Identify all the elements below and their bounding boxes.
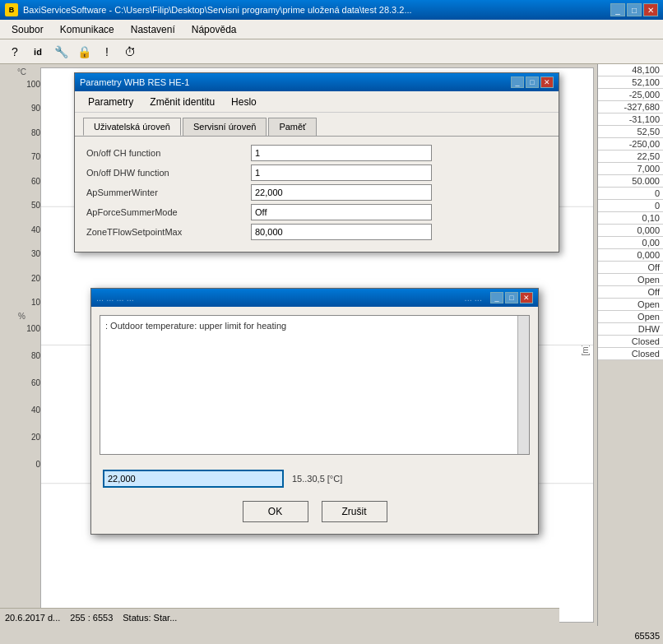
form-row-4: ZoneTFlowSetpointMax [86,224,547,240]
y-label-pct-100: 100 [3,324,40,333]
form-input-4[interactable] [251,224,432,240]
rp-val-23: Closed [598,348,663,360]
rp-val-22: Closed [598,336,663,348]
inner-dialog-body: : Outdoor temperature: upper limit for h… [91,315,538,534]
menu-napoveda[interactable]: Nápověda [183,21,245,38]
y-label-30: 30 [3,249,40,258]
tabs-bar: Uživatelská úroveň Servisní úroveň Paměť [75,113,559,137]
minimize-button[interactable]: _ [610,3,625,16]
rp-val-14: 0,00 [598,237,663,249]
toolbar-wrench-button[interactable]: 🔧 [51,43,71,61]
title-bar: B BaxiServiceSoftware - C:\Users\Filip\D… [0,0,663,20]
inner-maximize-button[interactable]: □ [505,292,518,303]
rp-val-7: 22,50 [598,151,663,163]
rp-val-16: Off [598,262,663,274]
status-code1: 255 : 6553 [70,613,113,623]
right-panel: 48,100 52,100 -25,000 -327,680 -31,100 5… [597,64,663,626]
dialog-buttons: OK Zrušit [91,494,538,534]
app-title: BaxiServiceSoftware - C:\Users\Filip\Des… [23,5,610,15]
rp-val-19: Open [598,299,663,311]
y-label-50: 50 [3,201,40,210]
form-row-3: ApForceSummerMode [86,204,547,220]
rp-val-20: Open [598,311,663,323]
menu-nastaveni[interactable]: Nastavení [123,21,183,38]
y-label-70: 70 [3,152,40,161]
y-label-40: 40 [3,225,40,234]
form-label-1: On/off DHW function [86,168,251,178]
value-input[interactable] [103,470,284,488]
toolbar-timer-button[interactable]: ⏱ [120,43,140,61]
rp-val-5: 52,50 [598,126,663,138]
rp-val-21: DHW [598,323,663,336]
status-text: Status: Star... [123,613,177,623]
whb-menu-identitu[interactable]: Změnit identitu [141,94,223,110]
y-label-20: 20 [3,274,40,283]
whb-form-area: On/off CH function On/off DHW function A… [75,137,559,252]
whb-menu-heslo[interactable]: Heslo [223,94,265,110]
tab-servisni[interactable]: Servisní úroveň [183,118,267,136]
rp-val-2: -25,000 [598,89,663,101]
toolbar-help-button[interactable]: ? [5,43,25,61]
rp-val-9: 50.000 [598,175,663,188]
inner-dialog-titlebar[interactable]: ... ... ... ... ... ... _ □ ✕ [91,289,538,307]
inner-minimize-button[interactable]: _ [490,292,503,303]
y-label-60: 60 [3,177,40,186]
whb-menu-bar: Parametry Změnit identitu Heslo [75,91,559,113]
form-input-3[interactable] [251,204,432,220]
form-row-2: ApSummerWinter [86,184,547,201]
menu-soubor[interactable]: Soubor [3,21,52,38]
cancel-button[interactable]: Zrušit [322,501,387,522]
y-label-100: 100 [3,80,40,89]
toolbar-id-button[interactable]: id [28,43,48,61]
menu-bar: Soubor Komunikace Nastavení Nápověda [0,20,663,39]
title-bar-buttons: _ □ ✕ [610,3,658,16]
toolbar-lock-button[interactable]: 🔒 [74,43,94,61]
description-scrollbar[interactable] [517,316,529,454]
form-label-0: On/off CH function [86,148,251,158]
y-label-pct-0: 0 [3,460,40,469]
whb-minimize-button[interactable]: _ [511,76,524,88]
description-area: : Outdoor temperature: upper limit for h… [100,315,530,455]
rp-bottom-code: 65535 [634,631,660,641]
maximize-button[interactable]: □ [627,3,642,16]
rp-val-12: 0,10 [598,212,663,225]
rp-val-15: 0,000 [598,249,663,262]
rp-val-3: -327,680 [598,101,663,114]
y-label-pct-80: 80 [3,351,40,360]
close-button[interactable]: ✕ [643,3,658,16]
menu-komunikace[interactable]: Komunikace [52,21,123,38]
tab-uzivatelska[interactable]: Uživatelská úroveň [83,118,181,136]
form-label-4: ZoneTFlowSetpointMax [86,227,251,237]
whb-dialog-title: Parametry WHB RES HE-1 [80,77,509,87]
tab-pamet[interactable]: Paměť [268,118,317,136]
whb-close-button[interactable]: ✕ [540,76,554,88]
y-axis-bottom-label: % [3,312,40,321]
rp-val-6: -250,00 [598,138,663,151]
rp-val-11: 0 [598,200,663,212]
whb-menu-parametry[interactable]: Parametry [80,94,141,110]
status-date: 20.6.2017 d... [5,613,60,623]
whb-dialog-titlebar[interactable]: Parametry WHB RES HE-1 _ □ ✕ [75,73,559,91]
form-input-1[interactable] [251,164,432,181]
input-row: 15..30,5 [°C] [91,463,538,494]
rp-val-0: 48,100 [598,64,663,76]
form-input-2[interactable] [251,184,432,201]
toolbar-exclaim-button[interactable]: ! [97,43,117,61]
form-label-2: ApSummerWinter [86,188,251,197]
y-label-pct-60: 60 [3,378,40,387]
app-icon: B [5,3,18,16]
form-input-0[interactable] [251,145,432,161]
rp-val-18: Off [598,286,663,299]
y-label-pct-20: 20 [3,433,40,442]
ok-button[interactable]: OK [243,501,308,522]
rp-val-4: -31,100 [598,114,663,126]
inner-dialog-title-blurred: ... ... ... ... [96,293,465,303]
y-axis-top-label: °C [3,67,40,76]
whb-maximize-button[interactable]: □ [526,76,539,88]
inner-close-button[interactable]: ✕ [520,292,533,303]
description-text: : Outdoor temperature: upper limit for h… [105,321,286,331]
whb-dialog: Parametry WHB RES HE-1 _ □ ✕ Parametry Z… [74,72,559,253]
rp-val-17: Open [598,274,663,286]
rp-val-13: 0,000 [598,225,663,237]
y-label-90: 90 [3,104,40,113]
